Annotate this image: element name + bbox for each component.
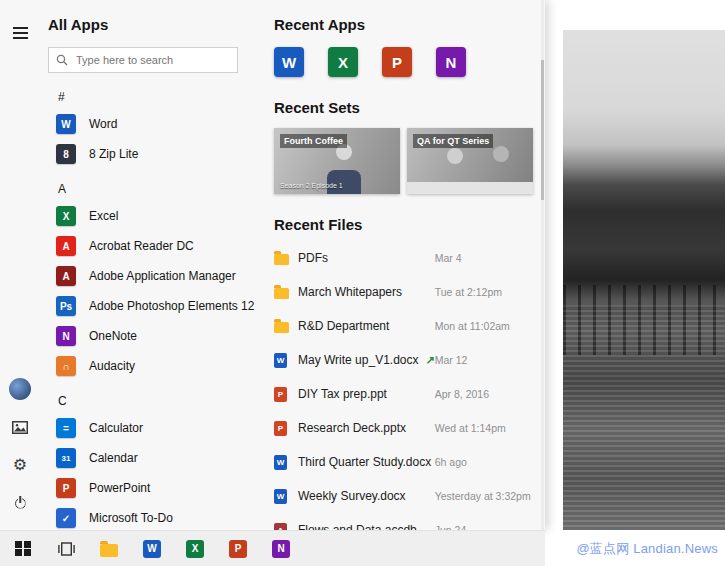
task-view-icon[interactable]	[55, 536, 77, 562]
recent-apps-row: W X P N	[274, 47, 539, 77]
adobe-manager-icon: A	[56, 266, 76, 286]
recent-panel: Recent Apps W X P N Recent Sets Fourth C…	[270, 0, 545, 530]
windows-logo-icon	[15, 541, 31, 557]
app-item-calculator[interactable]: = Calculator	[48, 413, 270, 443]
app-item-calendar[interactable]: 31 Calendar	[48, 443, 270, 473]
app-label: Adobe Application Manager	[89, 269, 236, 283]
app-label: Audacity	[89, 359, 135, 373]
file-name: May Write up_V1.docx	[298, 353, 419, 367]
folder-icon	[274, 285, 298, 299]
pictures-icon[interactable]	[6, 408, 34, 446]
file-row-third-quarter-study[interactable]: W Third Quarter Study.docx 6h ago	[274, 445, 539, 479]
hamburger-menu-icon[interactable]	[6, 14, 34, 52]
file-name: March Whitepapers	[298, 285, 402, 299]
file-row-flows-and-data[interactable]: A Flows and Data.accdb Jun 24	[274, 513, 539, 530]
app-label: Calculator	[89, 421, 143, 435]
taskbar-onenote-icon[interactable]: N	[270, 536, 292, 562]
file-time: Apr 8, 2016	[435, 388, 539, 400]
recent-app-onenote[interactable]: N	[436, 47, 466, 77]
recent-files-list: PDFs Mar 4 March Whitepapers Tue at 2:12…	[274, 241, 539, 530]
app-label: Excel	[89, 209, 118, 223]
app-item-excel[interactable]: X Excel	[48, 201, 270, 231]
file-row-diy-tax-prep[interactable]: P DIY Tax prep.ppt Apr 8, 2016	[274, 377, 539, 411]
recent-app-powerpoint[interactable]: P	[382, 47, 412, 77]
taskbar: W X P N	[0, 530, 545, 566]
screen: @蓝点网 Landian.News ⚙ All Apps	[0, 0, 725, 566]
file-name: PDFs	[298, 251, 328, 265]
set-thumbnail-decor	[493, 146, 509, 162]
desktop-wallpaper	[563, 30, 725, 530]
word-file-icon: W	[274, 353, 298, 368]
scrollbar-track[interactable]	[541, 0, 544, 530]
app-label: Microsoft To-Do	[89, 511, 173, 525]
file-time: Mon at 11:02am	[435, 320, 539, 332]
file-explorer-icon[interactable]	[98, 536, 120, 562]
search-box[interactable]	[48, 47, 238, 73]
set-thumbnail-decor	[447, 148, 463, 164]
todo-icon: ✓	[56, 508, 76, 528]
recent-files-title: Recent Files	[274, 216, 539, 233]
set-card-title: QA for QT Series	[413, 134, 493, 148]
app-section-header[interactable]: C	[48, 389, 270, 413]
set-card-fourth-coffee[interactable]: Fourth Coffee Season 2 Episode 1	[274, 128, 400, 194]
search-input[interactable]	[74, 53, 230, 67]
app-item-acrobat-reader[interactable]: A Acrobat Reader DC	[48, 231, 270, 261]
folder-icon	[274, 319, 298, 333]
recent-apps-title: Recent Apps	[274, 16, 539, 33]
file-row-research-deck[interactable]: P Research Deck.pptx Wed at 1:14pm	[274, 411, 539, 445]
app-item-powerpoint[interactable]: P PowerPoint	[48, 473, 270, 503]
calendar-icon: 31	[56, 448, 76, 468]
file-row-may-write-up[interactable]: W May Write up_V1.docx ↗ Mar 12	[274, 343, 539, 377]
user-avatar[interactable]	[6, 370, 34, 408]
app-label: OneNote	[89, 329, 137, 343]
taskbar-word-icon[interactable]: W	[141, 536, 163, 562]
taskbar-powerpoint-icon[interactable]: P	[227, 536, 249, 562]
recent-app-word[interactable]: W	[274, 47, 304, 77]
app-section-header[interactable]: #	[48, 85, 270, 109]
watermark-text: @蓝点网 Landian.News	[576, 540, 718, 558]
file-name: Weekly Survey.docx	[298, 489, 406, 503]
app-item-photoshop-elements[interactable]: Ps Adobe Photoshop Elements 12	[48, 291, 270, 321]
app-label: 8 Zip Lite	[89, 147, 138, 161]
settings-gear-icon[interactable]: ⚙	[6, 446, 34, 484]
powerpoint-icon: P	[56, 478, 76, 498]
app-item-word[interactable]: W Word	[48, 109, 270, 139]
file-row-rd-department[interactable]: R&D Department Mon at 11:02am	[274, 309, 539, 343]
scrollbar-thumb[interactable]	[541, 60, 544, 200]
set-card-title: Fourth Coffee	[280, 134, 347, 148]
start-button[interactable]	[12, 536, 34, 562]
set-card-qa-for-qt-series[interactable]: QA for QT Series	[407, 128, 533, 194]
app-label: Acrobat Reader DC	[89, 239, 194, 253]
app-item-8zip-lite[interactable]: 8 8 Zip Lite	[48, 139, 270, 169]
all-apps-panel: All Apps # W Word 8 8 Zip Lite A	[40, 0, 270, 530]
word-file-icon: W	[274, 489, 298, 504]
file-row-march-whitepapers[interactable]: March Whitepapers Tue at 2:12pm	[274, 275, 539, 309]
app-item-microsoft-todo[interactable]: ✓ Microsoft To-Do	[48, 503, 270, 530]
recent-sets-title: Recent Sets	[274, 99, 539, 116]
taskbar-excel-icon[interactable]: X	[184, 536, 206, 562]
photoshop-elements-icon: Ps	[56, 296, 76, 316]
recent-app-excel[interactable]: X	[328, 47, 358, 77]
app-item-onenote[interactable]: N OneNote	[48, 321, 270, 351]
all-apps-title: All Apps	[48, 16, 270, 33]
shared-sync-icon: ↗	[426, 354, 435, 367]
audacity-icon: ∩	[56, 356, 76, 376]
app-item-audacity[interactable]: ∩ Audacity	[48, 351, 270, 381]
acrobat-icon: A	[56, 236, 76, 256]
file-time: Mar 4	[435, 252, 539, 264]
file-row-weekly-survey[interactable]: W Weekly Survey.docx Yesterday at 3:32pm	[274, 479, 539, 513]
set-thumbnail-decor	[407, 182, 533, 194]
file-time: Tue at 2:12pm	[435, 286, 539, 298]
file-name: Third Quarter Study.docx	[298, 455, 431, 469]
desktop: @蓝点网 Landian.News	[545, 0, 725, 566]
8zip-icon: 8	[56, 144, 76, 164]
file-row-pdfs[interactable]: PDFs Mar 4	[274, 241, 539, 275]
app-list: # W Word 8 8 Zip Lite A X Excel A Acroba…	[48, 85, 270, 530]
file-time: Wed at 1:14pm	[435, 422, 539, 434]
word-icon: W	[56, 114, 76, 134]
app-section-header[interactable]: A	[48, 177, 270, 201]
word-file-icon: W	[274, 455, 298, 470]
app-item-adobe-application-manager[interactable]: A Adobe Application Manager	[48, 261, 270, 291]
file-time: Yesterday at 3:32pm	[435, 490, 539, 502]
power-icon[interactable]	[6, 484, 34, 522]
